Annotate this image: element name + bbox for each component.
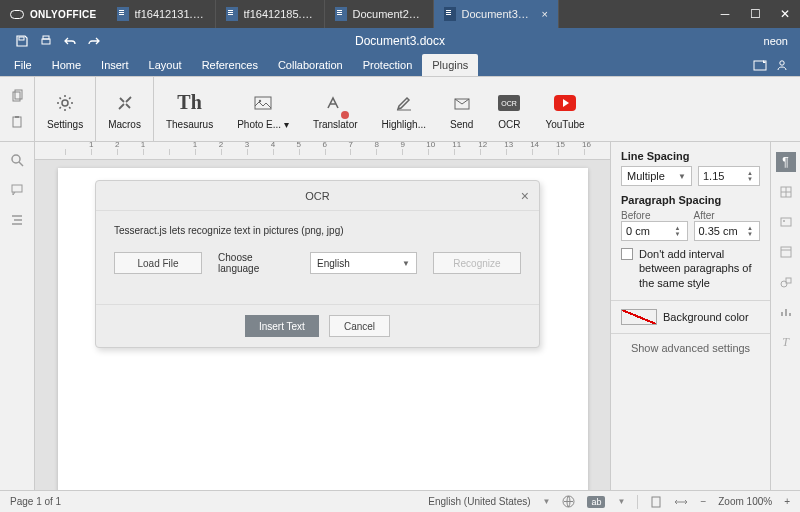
toolbar-clipboard bbox=[0, 77, 35, 141]
copy-icon[interactable] bbox=[9, 88, 25, 104]
zoom-out-icon[interactable]: − bbox=[700, 496, 706, 507]
dialog-close-icon[interactable]: × bbox=[521, 188, 529, 204]
right-rail: ¶ T bbox=[770, 142, 800, 490]
recognize-button[interactable]: Recognize bbox=[433, 252, 521, 274]
undo-icon[interactable] bbox=[58, 30, 82, 52]
image-settings-icon[interactable] bbox=[776, 212, 796, 232]
tab-file[interactable]: File bbox=[4, 54, 42, 76]
ocr-dialog: OCR × Tesseract.js lets recognize text i… bbox=[95, 180, 540, 348]
paste-icon[interactable] bbox=[9, 114, 25, 130]
document-tab-label: Document2.d... bbox=[353, 8, 423, 20]
document-tab[interactable]: Document2.d... bbox=[325, 0, 434, 28]
send-icon bbox=[451, 89, 473, 117]
chart-settings-icon[interactable] bbox=[776, 302, 796, 322]
line-spacing-mode-select[interactable]: Multiple▼ bbox=[621, 166, 692, 186]
send-button[interactable]: Send bbox=[438, 77, 485, 141]
paragraph-spacing-label: Paragraph Spacing bbox=[621, 194, 760, 206]
tab-protection[interactable]: Protection bbox=[353, 54, 423, 76]
fit-page-icon[interactable] bbox=[650, 496, 662, 508]
line-spacing-label: Line Spacing bbox=[621, 150, 760, 162]
toolbar-label: Settings bbox=[47, 119, 83, 130]
doc-icon bbox=[226, 7, 238, 21]
thesaurus-button[interactable]: Th Thesaurus bbox=[154, 77, 225, 141]
document-tab[interactable]: tf16412131.do... bbox=[107, 0, 216, 28]
document-title: Document3.docx bbox=[355, 34, 445, 48]
svg-point-20 bbox=[783, 220, 785, 222]
toolbar-label: Translator bbox=[313, 119, 358, 130]
zoom-indicator[interactable]: Zoom 100% bbox=[718, 496, 772, 507]
paragraph-settings-icon[interactable]: ¶ bbox=[776, 152, 796, 172]
redo-icon[interactable] bbox=[82, 30, 106, 52]
load-file-button[interactable]: Load File bbox=[114, 252, 202, 274]
before-spinner[interactable]: 0 cm▲▼ bbox=[621, 221, 688, 241]
background-color-swatch[interactable] bbox=[621, 309, 657, 325]
page-indicator[interactable]: Page 1 of 1 bbox=[10, 496, 61, 507]
toolbar-label: Send bbox=[450, 119, 473, 130]
headings-icon[interactable] bbox=[9, 212, 25, 228]
toolbar-label: YouTube bbox=[545, 119, 584, 130]
close-tab-icon[interactable]: × bbox=[542, 8, 548, 20]
save-icon[interactable] bbox=[10, 30, 34, 52]
translator-icon bbox=[324, 89, 346, 117]
macros-button[interactable]: Macros bbox=[96, 77, 154, 141]
comments-icon[interactable] bbox=[9, 182, 25, 198]
highlight-button[interactable]: Highligh... bbox=[370, 77, 438, 141]
dialog-title-bar[interactable]: OCR × bbox=[96, 181, 539, 211]
print-icon[interactable] bbox=[34, 30, 58, 52]
svg-rect-6 bbox=[15, 90, 22, 99]
spellcheck-icon[interactable] bbox=[562, 495, 575, 508]
toolbar-label: Thesaurus bbox=[166, 119, 213, 130]
after-spinner[interactable]: 0.35 cm▲▼ bbox=[694, 221, 761, 241]
open-location-icon[interactable] bbox=[752, 58, 768, 72]
ocr-icon: OCR bbox=[497, 89, 521, 117]
ocr-button[interactable]: OCR OCR bbox=[485, 77, 533, 141]
fit-width-icon[interactable] bbox=[674, 496, 688, 508]
tab-insert[interactable]: Insert bbox=[91, 54, 139, 76]
tab-home[interactable]: Home bbox=[42, 54, 91, 76]
image-icon bbox=[252, 89, 274, 117]
horizontal-ruler[interactable]: 12112345678910111213141516 bbox=[35, 142, 610, 160]
user-icon[interactable] bbox=[774, 58, 790, 72]
header-footer-icon[interactable] bbox=[776, 242, 796, 262]
shape-settings-icon[interactable] bbox=[776, 272, 796, 292]
minimize-button[interactable]: ─ bbox=[710, 0, 740, 28]
youtube-button[interactable]: YouTube bbox=[533, 77, 596, 141]
tab-collaboration[interactable]: Collaboration bbox=[268, 54, 353, 76]
document-tab-active[interactable]: Document3.d... × bbox=[434, 0, 559, 28]
svg-rect-8 bbox=[15, 116, 19, 118]
textart-settings-icon[interactable]: T bbox=[776, 332, 796, 352]
track-changes-icon[interactable]: ab bbox=[587, 496, 605, 508]
toolbar-label: Highligh... bbox=[382, 119, 426, 130]
tab-references[interactable]: References bbox=[192, 54, 268, 76]
tab-layout[interactable]: Layout bbox=[139, 54, 192, 76]
thesaurus-icon: Th bbox=[177, 89, 201, 117]
doc-icon bbox=[444, 7, 456, 21]
zoom-in-icon[interactable]: + bbox=[784, 496, 790, 507]
maximize-button[interactable]: ☐ bbox=[740, 0, 770, 28]
search-icon[interactable] bbox=[9, 152, 25, 168]
photo-editor-button[interactable]: Photo E... ▾ bbox=[225, 77, 301, 141]
svg-point-16 bbox=[12, 155, 20, 163]
document-tab[interactable]: tf16412185.do... bbox=[216, 0, 325, 28]
tools-icon bbox=[114, 89, 136, 117]
tab-plugins[interactable]: Plugins bbox=[422, 54, 478, 76]
status-bar: Page 1 of 1 English (United States) ▼ ab… bbox=[0, 490, 800, 512]
language-indicator[interactable]: English (United States) bbox=[428, 496, 530, 507]
svg-text:OCR: OCR bbox=[502, 100, 518, 107]
svg-rect-5 bbox=[13, 92, 20, 101]
language-select[interactable]: English▼ bbox=[310, 252, 417, 274]
cancel-button[interactable]: Cancel bbox=[329, 315, 390, 337]
no-interval-checkbox[interactable] bbox=[621, 248, 633, 260]
settings-button[interactable]: Settings bbox=[35, 77, 96, 141]
line-spacing-value-spinner[interactable]: 1.15▲▼ bbox=[698, 166, 760, 186]
window-controls: ─ ☐ ✕ bbox=[710, 0, 800, 28]
insert-text-button[interactable]: Insert Text bbox=[245, 315, 319, 337]
close-button[interactable]: ✕ bbox=[770, 0, 800, 28]
after-label: After bbox=[694, 210, 761, 221]
advanced-settings-link[interactable]: Show advanced settings bbox=[621, 342, 760, 354]
svg-rect-0 bbox=[19, 37, 24, 40]
user-name[interactable]: neon bbox=[764, 35, 800, 47]
translator-button[interactable]: Translator bbox=[301, 77, 370, 141]
svg-rect-21 bbox=[781, 247, 791, 257]
table-settings-icon[interactable] bbox=[776, 182, 796, 202]
